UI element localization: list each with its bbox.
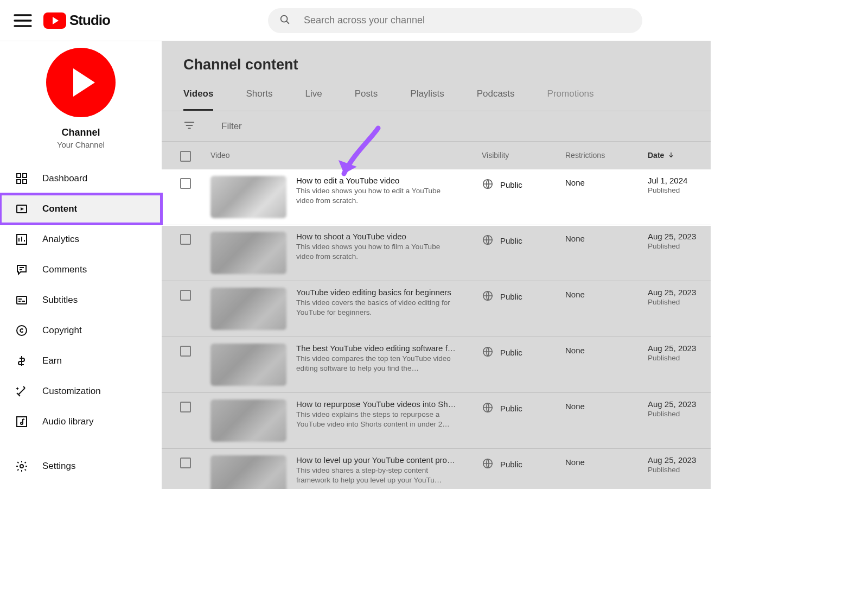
date-cell: Aug 25, 2023 Published [648, 399, 711, 418]
tab-posts[interactable]: Posts [355, 88, 378, 111]
search-bar[interactable] [268, 8, 642, 33]
table-row[interactable]: How to shoot a YouTube video This video … [162, 225, 711, 281]
sidebar-item-analytics[interactable]: Analytics [0, 224, 162, 255]
menu-icon [12, 10, 34, 31]
video-cell[interactable]: How to repurpose YouTube videos into Sh…… [210, 399, 482, 442]
svg-rect-7 [17, 296, 27, 304]
sidebar: Channel Your Channel Dashboard Content A… [0, 41, 162, 489]
globe-icon [482, 402, 494, 415]
svg-rect-1 [17, 174, 21, 177]
th-video[interactable]: Video [210, 151, 482, 160]
restrictions-cell: None [565, 176, 648, 187]
visibility-cell[interactable]: Public [482, 288, 565, 303]
row-checkbox[interactable] [180, 402, 191, 412]
filter-icon [183, 119, 195, 134]
svg-rect-4 [23, 180, 27, 183]
select-all-checkbox[interactable] [180, 151, 191, 162]
date-cell: Jul 1, 2024 Published [648, 176, 711, 194]
tab-live[interactable]: Live [305, 88, 322, 111]
video-description: This video shows you how to film a YouTu… [296, 242, 459, 262]
row-checkbox[interactable] [180, 178, 191, 189]
visibility-cell[interactable]: Public [482, 455, 565, 471]
tab-podcasts[interactable]: Podcasts [477, 88, 515, 111]
tab-shorts[interactable]: Shorts [246, 88, 272, 111]
row-checkbox[interactable] [180, 290, 191, 301]
sidebar-item-customization[interactable]: Customization [0, 376, 162, 407]
sidebar-item-audio-library[interactable]: Audio library [0, 407, 162, 437]
svg-point-8 [17, 326, 27, 335]
visibility-cell[interactable]: Public [482, 344, 565, 359]
video-cell[interactable]: YouTube video editing basics for beginne… [210, 288, 482, 330]
sidebar-item-copyright[interactable]: Copyright [0, 315, 162, 346]
sidebar-item-label: Earn [42, 355, 62, 366]
sidebar-item-dashboard[interactable]: Dashboard [0, 163, 162, 194]
topbar: Studio [0, 0, 711, 41]
globe-icon [482, 290, 494, 303]
visibility-cell[interactable]: Public [482, 176, 565, 192]
sidebar-item-subtitles[interactable]: Subtitles [0, 285, 162, 315]
video-description: This video shares a step-by-step content… [296, 466, 459, 485]
th-restrictions[interactable]: Restrictions [565, 151, 648, 160]
video-description: This video shows you how to edit a YouTu… [296, 186, 459, 206]
tab-playlists[interactable]: Playlists [410, 88, 444, 111]
video-title: YouTube video editing basics for beginne… [296, 288, 459, 297]
globe-icon [482, 346, 494, 359]
sidebar-item-earn[interactable]: Earn [0, 346, 162, 376]
filter-bar[interactable]: Filter [162, 111, 711, 141]
globe-icon [482, 178, 494, 192]
comments-icon [15, 263, 28, 276]
video-thumbnail [210, 344, 286, 386]
row-checkbox[interactable] [180, 346, 191, 357]
video-title: How to edit a YouTube video [296, 176, 459, 185]
globe-icon [482, 458, 494, 471]
search-icon [279, 14, 291, 28]
visibility-value: Public [500, 236, 522, 245]
restrictions-cell: None [565, 344, 648, 355]
visibility-value: Public [500, 292, 522, 301]
dashboard-icon [15, 172, 28, 185]
sidebar-item-comments[interactable]: Comments [0, 255, 162, 285]
table-row[interactable]: YouTube video editing basics for beginne… [162, 281, 711, 337]
visibility-cell[interactable]: Public [482, 232, 565, 247]
page-title: Channel content [162, 41, 711, 77]
sidebar-nav: Dashboard Content Analytics Comments Sub… [0, 163, 162, 437]
video-cell[interactable]: The best YouTube video editing software … [210, 344, 482, 386]
video-cell[interactable]: How to edit a YouTube video This video s… [210, 176, 482, 218]
date-cell: Aug 25, 2023 Published [648, 344, 711, 362]
video-description: This video covers the basics of video ed… [296, 298, 459, 317]
th-date[interactable]: Date [648, 151, 711, 160]
main-content: Channel content Videos Shorts Live Posts… [162, 41, 711, 489]
svg-rect-3 [17, 180, 21, 183]
copyright-icon [15, 324, 28, 337]
svg-point-10 [20, 465, 23, 468]
logo-text: Studio [69, 12, 110, 29]
date-status: Published [648, 242, 711, 250]
video-cell[interactable]: How to level up your YouTube content pro… [210, 455, 482, 489]
sidebar-item-content[interactable]: Content [0, 194, 162, 224]
studio-logo[interactable]: Studio [43, 12, 110, 29]
table-row[interactable]: How to level up your YouTube content pro… [162, 449, 711, 489]
visibility-cell[interactable]: Public [482, 399, 565, 415]
search-input[interactable] [304, 15, 631, 26]
svg-rect-2 [23, 174, 27, 177]
row-checkbox[interactable] [180, 458, 191, 468]
video-cell[interactable]: How to shoot a YouTube video This video … [210, 232, 482, 274]
th-visibility[interactable]: Visibility [482, 151, 565, 160]
tab-promotions[interactable]: Promotions [547, 88, 594, 111]
date-cell: Aug 25, 2023 Published [648, 455, 711, 474]
table-row[interactable]: How to edit a YouTube video This video s… [162, 169, 711, 225]
date-status: Published [648, 410, 711, 418]
restrictions-cell: None [565, 232, 648, 243]
date-cell: Aug 25, 2023 Published [648, 232, 711, 250]
tab-videos[interactable]: Videos [183, 88, 213, 111]
sidebar-item-settings[interactable]: Settings [0, 451, 162, 481]
channel-block[interactable]: Channel Your Channel [0, 46, 162, 158]
menu-button[interactable] [12, 10, 34, 31]
table-row[interactable]: How to repurpose YouTube videos into Sh…… [162, 393, 711, 449]
video-thumbnail [210, 455, 286, 489]
table-row[interactable]: The best YouTube video editing software … [162, 337, 711, 393]
content-icon [15, 202, 28, 215]
visibility-value: Public [500, 404, 522, 413]
row-checkbox[interactable] [180, 234, 191, 245]
video-thumbnail [210, 176, 286, 218]
